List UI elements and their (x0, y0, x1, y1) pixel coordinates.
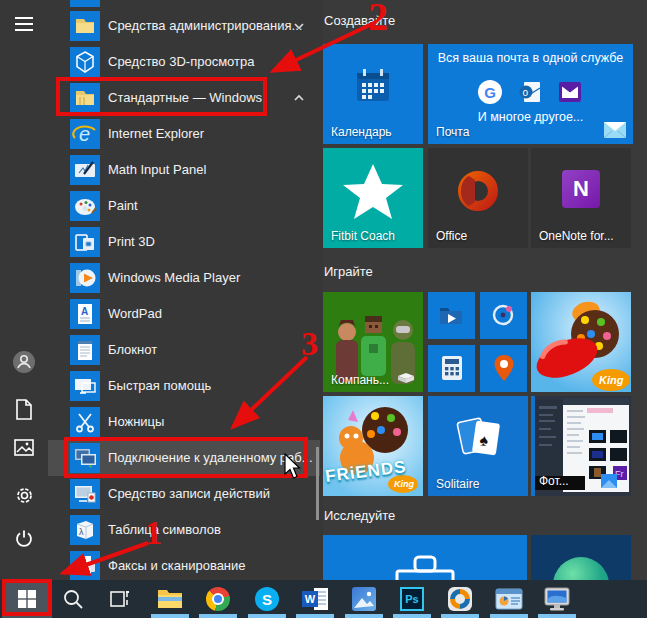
tile-xbox-companion[interactable]: Компань... (323, 292, 423, 392)
app-item-media-player[interactable]: Windows Media Player (48, 260, 320, 296)
mail-service-icons: G o (478, 80, 582, 108)
chrome-icon (206, 587, 230, 611)
app-item-steps-recorder[interactable]: Средство записи действий (48, 476, 320, 512)
tile-groove-music[interactable] (480, 292, 527, 339)
tile-office[interactable]: Office (428, 148, 528, 248)
pictures-icon[interactable] (12, 435, 36, 459)
svg-text:λ: λ (79, 527, 84, 537)
star-icon (341, 160, 405, 224)
svg-text:King: King (394, 479, 414, 489)
tile-store-partial[interactable] (323, 535, 527, 580)
tile-mail[interactable]: Вся ваша почта в одной службе G o И мног… (428, 44, 633, 144)
documents-icon[interactable] (12, 397, 36, 421)
mail-more-text: И многое другое... (428, 110, 633, 124)
chevron-up-icon[interactable] (292, 91, 306, 105)
taskbar-file-explorer[interactable] (148, 580, 192, 618)
app-item-admin-tools[interactable]: Средства администрирования... (48, 8, 320, 44)
taskbar-system-console[interactable] (487, 580, 531, 618)
app-item-wordpad[interactable]: A WordPad (48, 296, 320, 332)
calendar-icon (353, 66, 393, 106)
tile-calendar[interactable]: Календарь (323, 44, 423, 144)
word-icon: W (302, 587, 328, 611)
app-item-character-map[interactable]: λ Таблица символов (48, 512, 320, 548)
skype-icon: S (255, 587, 279, 611)
internet-explorer-icon: e (70, 119, 100, 149)
app-item-remote-desktop-connection[interactable]: Подключение к удаленному раб... (48, 440, 320, 476)
office-logo-icon (455, 168, 501, 214)
app-item-standard-windows[interactable]: Стандартные — Windows (48, 80, 320, 116)
print-3d-icon (70, 227, 100, 257)
tile-movies-tv[interactable] (428, 292, 475, 339)
snipping-tool-icon (70, 407, 100, 437)
taskbar-search-button[interactable] (51, 580, 95, 618)
taskbar-photoshop[interactable]: Ps (390, 580, 434, 618)
remote-desktop-taskbar-icon (543, 587, 571, 611)
tile-onenote[interactable]: N OneNote for... (531, 148, 631, 248)
movies-tv-icon (438, 302, 464, 328)
task-view-button[interactable] (98, 580, 142, 618)
app-item-quick-assist[interactable]: Быстрая помощь (48, 368, 320, 404)
3d-viewer-icon (70, 47, 100, 77)
chevron-down-icon[interactable] (292, 19, 306, 33)
running-indicator (199, 614, 237, 618)
running-indicator (393, 614, 431, 618)
taskbar-word[interactable]: W (293, 580, 337, 618)
hamburger-menu-icon[interactable] (12, 12, 36, 36)
app-item-notepad[interactable]: Блокнот (48, 332, 320, 368)
candy-crush-image: King (531, 292, 631, 392)
tile-solitaire[interactable]: ♠ Solitaire (428, 396, 528, 496)
character-map-icon: λ (70, 515, 100, 545)
start-menu-app-list: Средства администрирования... Средство 3… (48, 0, 323, 580)
taskbar-remote-desktop[interactable] (535, 580, 579, 618)
tile-photos-screenshot[interactable]: Fr Фот... (531, 396, 631, 496)
app-item-math-input[interactable]: Math Input Panel (48, 152, 320, 188)
app-item-print-3d[interactable]: Print 3D (48, 224, 320, 260)
tile-candy-crush-friends[interactable]: King FRiENDS (323, 396, 423, 496)
outlook-icon: o (518, 80, 542, 108)
running-indicator (538, 614, 576, 618)
system-console-icon (495, 588, 523, 610)
partial-app-icon (70, 0, 100, 7)
running-indicator (296, 614, 334, 618)
calculator-icon (440, 355, 464, 381)
app-item-paint[interactable]: Paint (48, 188, 320, 224)
dice-icon (397, 372, 415, 384)
taskbar-vmware[interactable] (438, 580, 482, 618)
running-indicator (248, 614, 286, 618)
edge-globe-icon (553, 557, 609, 580)
app-item-fax-scan[interactable]: Факсы и сканирование (48, 548, 320, 584)
tile-fitbit-coach[interactable]: Fitbit Coach (323, 148, 423, 248)
svg-text:King: King (599, 374, 624, 386)
tile-edge-partial[interactable] (531, 535, 631, 580)
file-explorer-icon (157, 588, 183, 610)
start-button[interactable] (2, 580, 52, 618)
app-item-3d-viewer[interactable]: Средство 3D-просмотра (48, 44, 320, 80)
app-list-scrollbar[interactable] (316, 447, 319, 520)
fax-scan-icon (70, 551, 100, 581)
taskbar-photos[interactable] (342, 580, 386, 618)
search-icon (63, 589, 83, 609)
taskbar-chrome[interactable] (196, 580, 240, 618)
onenote-logo-icon: N (562, 170, 600, 208)
tile-candy-crush-saga[interactable]: King (531, 292, 631, 392)
settings-gear-icon[interactable] (12, 483, 36, 507)
folder-icon (70, 11, 100, 41)
app-item-snipping-tool[interactable]: Ножницы (48, 404, 320, 440)
user-avatar-icon[interactable] (12, 350, 36, 374)
svg-text:A: A (81, 306, 88, 317)
briefcase-icon (395, 553, 455, 580)
remote-desktop-icon (70, 443, 100, 473)
windows-start-menu-screen: Средства администрирования... Средство 3… (0, 0, 647, 618)
folder-icon (70, 83, 100, 113)
start-menu-tiles: Создавайте Календарь Вся ваша почта в од… (323, 0, 635, 580)
groove-music-icon (490, 302, 516, 328)
task-view-icon (110, 590, 130, 608)
running-indicator (490, 614, 528, 618)
power-icon[interactable] (12, 527, 36, 551)
tile-calculator[interactable] (428, 345, 475, 392)
taskbar-skype[interactable]: S (245, 580, 289, 618)
tile-maps[interactable] (480, 345, 527, 392)
running-indicator (441, 614, 479, 618)
app-item-internet-explorer[interactable]: e Internet Explorer (48, 116, 320, 152)
photos-app-icon (352, 587, 376, 611)
